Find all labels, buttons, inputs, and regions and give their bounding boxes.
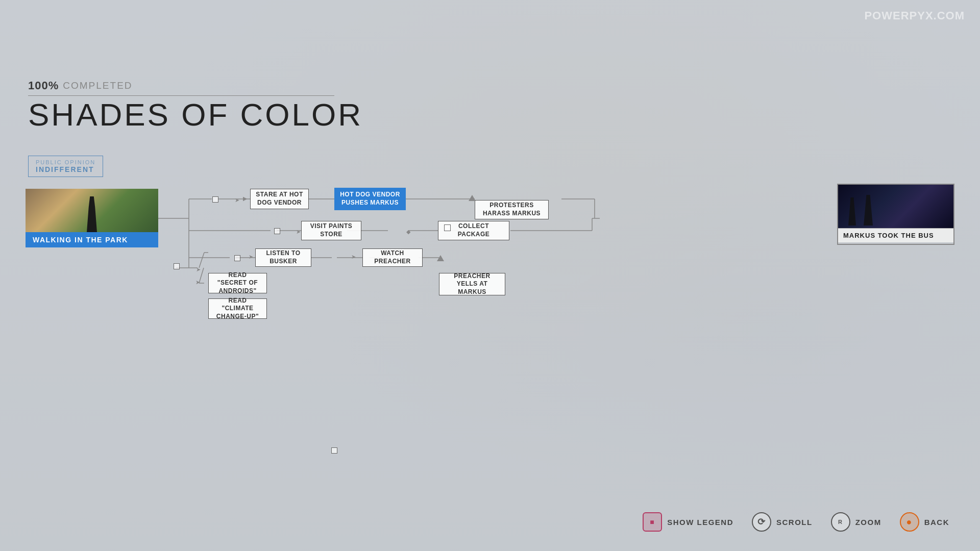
- start-node-label: WALKING IN THE PARK: [26, 232, 158, 247]
- triangle-1: [469, 195, 476, 201]
- bottom-controls: ■ SHOW LEGEND ⟳ SCROLL R ZOOM ● BACK: [643, 512, 949, 532]
- arrow-6: ➤: [351, 254, 356, 260]
- triangle-2: [437, 255, 444, 261]
- zoom-icon: R: [831, 512, 850, 532]
- watch-preacher-node: WATCH PREACHER: [362, 248, 423, 267]
- connector-sq-2: [274, 228, 280, 234]
- flowchart: WALKING IN THE PARK STARE AT HOT DOG VEN…: [0, 173, 980, 367]
- hot-dog-pushes-node: HOT DOG VENDOR PUSHES MARKUS: [334, 188, 406, 210]
- arrow-2: ➤: [296, 229, 301, 235]
- end-card-image: [838, 185, 953, 228]
- sq-mid: [444, 224, 451, 231]
- read-climate-node: READ "CLIMATE CHANGE-UP": [208, 298, 267, 319]
- connector-sq-4: [174, 263, 180, 269]
- completion-line: 100% COMPLETED: [28, 79, 363, 92]
- back-control[interactable]: ● BACK: [900, 512, 949, 532]
- listen-busker-node: LISTEN TO BUSKER: [255, 248, 311, 267]
- watermark: POWERPYX.COM: [864, 9, 965, 22]
- end-card: MARKUS TOOK THE BUS: [837, 184, 954, 245]
- scroll-control: ⟳ SCROLL: [752, 512, 813, 532]
- protesters-harass-node: PROTESTERS HARASS MARKUS: [475, 200, 549, 219]
- public-opinion-value: INDIFFERENT: [36, 165, 95, 173]
- header-rule: [28, 95, 334, 96]
- stare-hot-dog-node: STARE AT HOT DOG VENDOR: [250, 189, 309, 209]
- mission-title: SHADES OF COLOR: [28, 99, 363, 131]
- show-legend-control[interactable]: ■ SHOW LEGEND: [643, 512, 733, 532]
- start-card: WALKING IN THE PARK: [26, 189, 158, 249]
- arrow-7: ◆: [406, 229, 410, 235]
- read-secret-node: READ "SECRET OF ANDROIDS": [208, 273, 267, 293]
- connector-sq-5: [331, 447, 337, 454]
- arrow-4: ➤: [196, 266, 201, 273]
- completion-percent: 100%: [28, 79, 59, 92]
- zoom-label: ZOOM: [855, 518, 881, 527]
- end-node-label: MARKUS TOOK THE BUS: [838, 228, 953, 242]
- connector-sq-1: [212, 196, 218, 203]
- arrow-1: ➤: [235, 197, 239, 204]
- scroll-label: SCROLL: [776, 518, 813, 527]
- show-legend-label: SHOW LEGEND: [667, 518, 733, 527]
- connector-sq-3: [234, 255, 240, 261]
- scroll-icon: ⟳: [752, 512, 771, 532]
- completion-label: COMPLETED: [63, 80, 132, 91]
- svg-line-30: [199, 253, 204, 268]
- square-icon: ■: [643, 512, 662, 532]
- zoom-control: R ZOOM: [831, 512, 881, 532]
- back-label: BACK: [924, 518, 949, 527]
- back-icon: ●: [900, 512, 919, 532]
- public-opinion-label: PUBLIC OPINION: [36, 159, 95, 165]
- visit-paints-node: VISIT PAINTS STORE: [301, 221, 361, 240]
- arrow-3: ➤: [249, 254, 253, 260]
- header: 100% COMPLETED SHADES OF COLOR: [28, 79, 363, 131]
- preacher-yells-node: PREACHER YELLS AT MARKUS: [439, 273, 505, 295]
- arrow-5: ➤: [195, 279, 200, 286]
- main-content: POWERPYX.COM 100% COMPLETED SHADES OF CO…: [0, 0, 980, 551]
- start-card-image: [26, 189, 158, 232]
